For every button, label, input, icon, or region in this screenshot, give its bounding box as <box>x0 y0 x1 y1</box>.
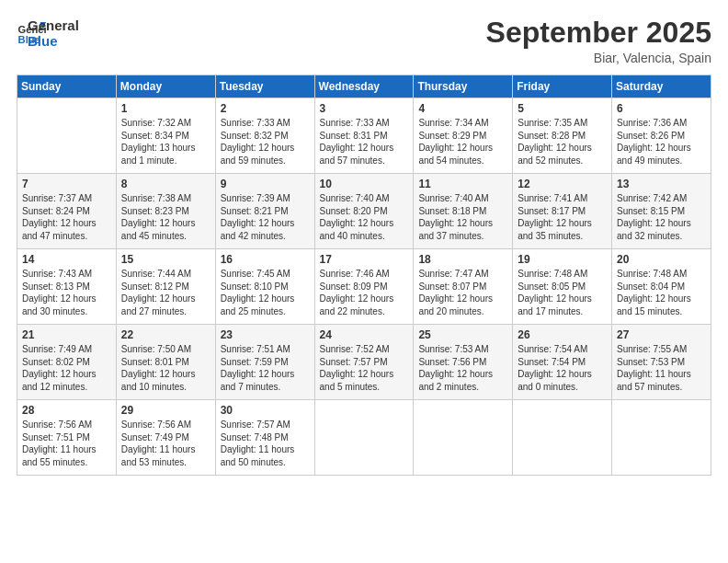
col-header-monday: Monday <box>116 75 215 98</box>
calendar-week-1: 7Sunrise: 7:37 AM Sunset: 8:24 PM Daylig… <box>17 174 711 249</box>
calendar-cell: 18Sunrise: 7:47 AM Sunset: 8:07 PM Dayli… <box>414 249 513 325</box>
calendar-week-2: 14Sunrise: 7:43 AM Sunset: 8:13 PM Dayli… <box>17 249 711 325</box>
calendar-cell: 11Sunrise: 7:40 AM Sunset: 8:18 PM Dayli… <box>414 174 513 249</box>
day-info: Sunrise: 7:35 AM Sunset: 8:28 PM Dayligh… <box>518 117 607 167</box>
day-number: 23 <box>221 328 310 341</box>
day-info: Sunrise: 7:43 AM Sunset: 8:13 PM Dayligh… <box>22 268 111 317</box>
calendar-cell: 3Sunrise: 7:33 AM Sunset: 8:31 PM Daylig… <box>314 98 414 174</box>
day-info: Sunrise: 7:41 AM Sunset: 8:17 PM Dayligh… <box>518 192 607 242</box>
day-info: Sunrise: 7:45 AM Sunset: 8:10 PM Dayligh… <box>221 268 310 317</box>
day-number: 8 <box>121 178 210 190</box>
calendar-week-3: 21Sunrise: 7:49 AM Sunset: 8:02 PM Dayli… <box>17 325 711 400</box>
calendar-cell: 25Sunrise: 7:53 AM Sunset: 7:56 PM Dayli… <box>414 325 513 400</box>
day-number: 16 <box>221 253 310 266</box>
calendar-week-0: 1Sunrise: 7:32 AM Sunset: 8:34 PM Daylig… <box>17 98 711 174</box>
calendar-cell: 9Sunrise: 7:39 AM Sunset: 8:21 PM Daylig… <box>215 174 314 249</box>
day-info: Sunrise: 7:38 AM Sunset: 8:23 PM Dayligh… <box>121 192 210 242</box>
day-number: 30 <box>221 404 310 417</box>
calendar-cell: 12Sunrise: 7:41 AM Sunset: 8:17 PM Dayli… <box>513 174 612 249</box>
col-header-thursday: Thursday <box>414 75 513 98</box>
day-info: Sunrise: 7:32 AM Sunset: 8:34 PM Dayligh… <box>121 117 210 167</box>
day-number: 10 <box>320 178 409 190</box>
day-number: 3 <box>320 102 409 115</box>
day-info: Sunrise: 7:44 AM Sunset: 8:12 PM Dayligh… <box>121 268 210 317</box>
calendar-cell: 10Sunrise: 7:40 AM Sunset: 8:20 PM Dayli… <box>314 174 414 249</box>
day-info: Sunrise: 7:33 AM Sunset: 8:32 PM Dayligh… <box>221 117 310 167</box>
col-header-wednesday: Wednesday <box>314 75 414 98</box>
day-info: Sunrise: 7:57 AM Sunset: 7:48 PM Dayligh… <box>221 419 310 468</box>
logo-general: General <box>28 18 79 34</box>
col-header-tuesday: Tuesday <box>215 75 314 98</box>
calendar-cell: 8Sunrise: 7:38 AM Sunset: 8:23 PM Daylig… <box>116 174 215 249</box>
day-number: 5 <box>518 102 607 115</box>
day-number: 12 <box>518 178 607 190</box>
calendar-cell: 15Sunrise: 7:44 AM Sunset: 8:12 PM Dayli… <box>116 249 215 325</box>
day-info: Sunrise: 7:48 AM Sunset: 8:05 PM Dayligh… <box>518 268 607 317</box>
calendar-cell: 2Sunrise: 7:33 AM Sunset: 8:32 PM Daylig… <box>215 98 314 174</box>
day-info: Sunrise: 7:53 AM Sunset: 7:56 PM Dayligh… <box>418 343 507 393</box>
day-info: Sunrise: 7:39 AM Sunset: 8:21 PM Dayligh… <box>221 192 310 242</box>
location: Biar, Valencia, Spain <box>486 51 711 65</box>
day-info: Sunrise: 7:51 AM Sunset: 7:59 PM Dayligh… <box>221 343 310 393</box>
day-info: Sunrise: 7:54 AM Sunset: 7:54 PM Dayligh… <box>518 343 607 393</box>
day-info: Sunrise: 7:48 AM Sunset: 8:04 PM Dayligh… <box>617 268 706 317</box>
day-info: Sunrise: 7:47 AM Sunset: 8:07 PM Dayligh… <box>418 268 507 317</box>
calendar-cell: 19Sunrise: 7:48 AM Sunset: 8:05 PM Dayli… <box>513 249 612 325</box>
calendar-cell: 27Sunrise: 7:55 AM Sunset: 7:53 PM Dayli… <box>612 325 711 400</box>
day-number: 1 <box>121 102 210 115</box>
logo-blue: Blue <box>28 34 79 50</box>
day-info: Sunrise: 7:40 AM Sunset: 8:20 PM Dayligh… <box>320 192 409 242</box>
col-header-saturday: Saturday <box>612 75 711 98</box>
calendar-cell <box>17 98 117 174</box>
day-info: Sunrise: 7:50 AM Sunset: 8:01 PM Dayligh… <box>121 343 210 393</box>
col-header-sunday: Sunday <box>17 75 117 98</box>
day-number: 13 <box>617 178 706 190</box>
col-header-friday: Friday <box>513 75 612 98</box>
logo: General Blue General Blue <box>17 17 79 49</box>
day-info: Sunrise: 7:56 AM Sunset: 7:49 PM Dayligh… <box>121 419 210 468</box>
day-number: 29 <box>121 404 210 417</box>
calendar-cell: 13Sunrise: 7:42 AM Sunset: 8:15 PM Dayli… <box>612 174 711 249</box>
day-number: 19 <box>518 253 607 266</box>
day-number: 27 <box>617 328 706 341</box>
day-info: Sunrise: 7:56 AM Sunset: 7:51 PM Dayligh… <box>22 419 111 468</box>
calendar-cell: 7Sunrise: 7:37 AM Sunset: 8:24 PM Daylig… <box>17 174 117 249</box>
day-number: 18 <box>418 253 507 266</box>
calendar-header-row: SundayMondayTuesdayWednesdayThursdayFrid… <box>17 75 711 98</box>
calendar-cell: 28Sunrise: 7:56 AM Sunset: 7:51 PM Dayli… <box>17 400 117 476</box>
day-info: Sunrise: 7:36 AM Sunset: 8:26 PM Dayligh… <box>617 117 706 167</box>
day-info: Sunrise: 7:33 AM Sunset: 8:31 PM Dayligh… <box>320 117 409 167</box>
day-info: Sunrise: 7:42 AM Sunset: 8:15 PM Dayligh… <box>617 192 706 242</box>
calendar-cell: 22Sunrise: 7:50 AM Sunset: 8:01 PM Dayli… <box>116 325 215 400</box>
title-block: September 2025 Biar, Valencia, Spain <box>486 17 711 65</box>
day-number: 6 <box>617 102 706 115</box>
day-number: 17 <box>320 253 409 266</box>
day-number: 14 <box>22 253 111 266</box>
calendar-cell: 20Sunrise: 7:48 AM Sunset: 8:04 PM Dayli… <box>612 249 711 325</box>
calendar-cell <box>513 400 612 476</box>
day-number: 9 <box>221 178 310 190</box>
calendar-cell: 24Sunrise: 7:52 AM Sunset: 7:57 PM Dayli… <box>314 325 414 400</box>
day-number: 26 <box>518 328 607 341</box>
calendar-table: SundayMondayTuesdayWednesdayThursdayFrid… <box>17 75 711 476</box>
calendar-cell: 14Sunrise: 7:43 AM Sunset: 8:13 PM Dayli… <box>17 249 117 325</box>
calendar-cell <box>612 400 711 476</box>
day-info: Sunrise: 7:34 AM Sunset: 8:29 PM Dayligh… <box>418 117 507 167</box>
day-info: Sunrise: 7:52 AM Sunset: 7:57 PM Dayligh… <box>320 343 409 393</box>
day-number: 2 <box>221 102 310 115</box>
calendar-cell: 4Sunrise: 7:34 AM Sunset: 8:29 PM Daylig… <box>414 98 513 174</box>
day-info: Sunrise: 7:55 AM Sunset: 7:53 PM Dayligh… <box>617 343 706 393</box>
calendar-cell <box>314 400 414 476</box>
day-info: Sunrise: 7:46 AM Sunset: 8:09 PM Dayligh… <box>320 268 409 317</box>
day-number: 25 <box>418 328 507 341</box>
calendar-cell: 23Sunrise: 7:51 AM Sunset: 7:59 PM Dayli… <box>215 325 314 400</box>
page-header: General Blue General Blue September 2025… <box>17 17 711 65</box>
day-number: 4 <box>418 102 507 115</box>
day-info: Sunrise: 7:49 AM Sunset: 8:02 PM Dayligh… <box>22 343 111 393</box>
day-info: Sunrise: 7:37 AM Sunset: 8:24 PM Dayligh… <box>22 192 111 242</box>
day-number: 28 <box>22 404 111 417</box>
day-number: 21 <box>22 328 111 341</box>
day-number: 7 <box>22 178 111 190</box>
calendar-cell: 26Sunrise: 7:54 AM Sunset: 7:54 PM Dayli… <box>513 325 612 400</box>
day-number: 20 <box>617 253 706 266</box>
